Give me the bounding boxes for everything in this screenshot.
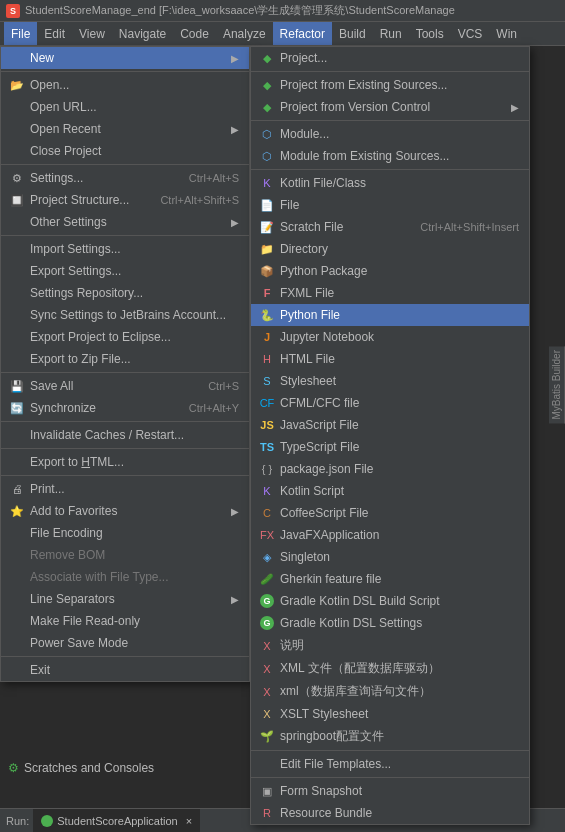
new-singleton[interactable]: ◈ Singleton xyxy=(251,546,529,568)
scratches-consoles[interactable]: ⚙ Scratches and Consoles xyxy=(0,758,250,778)
removebom-icon xyxy=(9,547,25,563)
new-coffeescript[interactable]: C CoffeeScript File xyxy=(251,502,529,524)
menu-run[interactable]: Run xyxy=(373,22,409,45)
file-menu-powersavemode[interactable]: Power Save Mode xyxy=(1,632,249,654)
scratches-label: Scratches and Consoles xyxy=(24,761,154,775)
new-springboot-config[interactable]: 🌱 springboot配置文件 xyxy=(251,725,529,748)
file-menu-importsettings[interactable]: Import Settings... xyxy=(1,238,249,260)
new-form-snapshot[interactable]: ▣ Form Snapshot xyxy=(251,780,529,802)
menu-vcs[interactable]: VCS xyxy=(451,22,490,45)
file-menu-lineseparators[interactable]: Line Separators ▶ xyxy=(1,588,249,610)
new-project-vcs[interactable]: ◆ Project from Version Control ▶ xyxy=(251,96,529,118)
menu-tools[interactable]: Tools xyxy=(409,22,451,45)
new-xslt-label: XSLT Stylesheet xyxy=(280,707,519,721)
new-packagejson[interactable]: { } package.json File xyxy=(251,458,529,480)
new-module[interactable]: ⬡ Module... xyxy=(251,123,529,145)
module-icon: ⬡ xyxy=(259,126,275,142)
new-xml-query[interactable]: X xml（数据库查询语句文件） xyxy=(251,680,529,703)
menu-refactor[interactable]: Refactor xyxy=(273,22,332,45)
gradle-kotlin-settings-icon: G xyxy=(259,615,275,631)
synchronize-shortcut: Ctrl+Alt+Y xyxy=(189,402,239,414)
file-menu-exportzip[interactable]: Export to Zip File... xyxy=(1,348,249,370)
new-jupyter-notebook[interactable]: J Jupyter Notebook xyxy=(251,326,529,348)
file-menu-openrecent[interactable]: Open Recent ▶ xyxy=(1,118,249,140)
new-cfml-file[interactable]: CF CFML/CFC file xyxy=(251,392,529,414)
kotlin-icon: K xyxy=(259,175,275,191)
menu-win[interactable]: Win xyxy=(489,22,524,45)
menu-file[interactable]: File xyxy=(4,22,37,45)
new-python-package[interactable]: 📦 Python Package xyxy=(251,260,529,282)
new-shuoming[interactable]: X 说明 xyxy=(251,634,529,657)
new-project[interactable]: ◆ Project... xyxy=(251,47,529,69)
new-python-file[interactable]: 🐍 Python File xyxy=(251,304,529,326)
new-coffeescript-label: CoffeeScript File xyxy=(280,506,519,520)
file-menu-saveall[interactable]: 💾 Save All Ctrl+S xyxy=(1,375,249,397)
file-menu-closeproject[interactable]: Close Project xyxy=(1,140,249,162)
file-menu-othersettings[interactable]: Other Settings ▶ xyxy=(1,211,249,233)
file-menu-fileencoding[interactable]: File Encoding xyxy=(1,522,249,544)
file-menu-print-label: Print... xyxy=(30,482,239,496)
file-menu-settingsrepo-label: Settings Repository... xyxy=(30,286,239,300)
othersettings-icon xyxy=(9,214,25,230)
powersavemode-icon xyxy=(9,635,25,651)
kotlin-script-icon: K xyxy=(259,483,275,499)
new-ts-file[interactable]: TS TypeScript File xyxy=(251,436,529,458)
new-javafxapp[interactable]: FX JavaFXApplication xyxy=(251,524,529,546)
menu-build[interactable]: Build xyxy=(332,22,373,45)
new-gradle-kotlin-dsl[interactable]: G Gradle Kotlin DSL Build Script xyxy=(251,590,529,612)
file-menu-settings[interactable]: ⚙ Settings... Ctrl+Alt+S xyxy=(1,167,249,189)
new-kotlin-script[interactable]: K Kotlin Script xyxy=(251,480,529,502)
scratch-icon: 📝 xyxy=(259,219,275,235)
file-menu-synchronize[interactable]: 🔄 Synchronize Ctrl+Alt+Y xyxy=(1,397,249,419)
file-menu-saveall-label: Save All xyxy=(30,379,188,393)
file-menu-openurl[interactable]: Open URL... xyxy=(1,96,249,118)
file-menu-exit[interactable]: Exit xyxy=(1,659,249,681)
menu-view[interactable]: View xyxy=(72,22,112,45)
new-project-existing[interactable]: ◆ Project from Existing Sources... xyxy=(251,74,529,96)
menu-analyze[interactable]: Analyze xyxy=(216,22,273,45)
new-fxml-file[interactable]: F FXML File xyxy=(251,282,529,304)
new-kotlin-file[interactable]: K Kotlin File/Class xyxy=(251,172,529,194)
new-kotlin-file-label: Kotlin File/Class xyxy=(280,176,519,190)
file-menu-addtofavorites[interactable]: ⭐ Add to Favorites ▶ xyxy=(1,500,249,522)
new-resource-bundle[interactable]: R Resource Bundle xyxy=(251,802,529,824)
run-tab-close[interactable]: × xyxy=(186,815,192,827)
closeproject-icon xyxy=(9,143,25,159)
menu-edit[interactable]: Edit xyxy=(37,22,72,45)
file-menu-projectstructure[interactable]: 🔲 Project Structure... Ctrl+Alt+Shift+S xyxy=(1,189,249,211)
new-directory[interactable]: 📁 Directory xyxy=(251,238,529,260)
new-xml-db[interactable]: X XML 文件（配置数据库驱动） xyxy=(251,657,529,680)
othersettings-arrow: ▶ xyxy=(231,217,239,228)
new-xslt[interactable]: X XSLT Stylesheet xyxy=(251,703,529,725)
new-file[interactable]: 📄 File xyxy=(251,194,529,216)
new-html-file-label: HTML File xyxy=(280,352,519,366)
settings-shortcut: Ctrl+Alt+S xyxy=(189,172,239,184)
menu-code[interactable]: Code xyxy=(173,22,216,45)
new-js-file[interactable]: JS JavaScript File xyxy=(251,414,529,436)
run-tab[interactable]: StudentScoreApplication × xyxy=(33,809,200,832)
content-area: New ▶ 📂 Open... Open URL... Open Recent … xyxy=(0,46,565,808)
new-icon xyxy=(9,50,25,66)
new-scratch-file[interactable]: 📝 Scratch File Ctrl+Alt+Shift+Insert xyxy=(251,216,529,238)
menu-navigate[interactable]: Navigate xyxy=(112,22,173,45)
new-edit-templates[interactable]: Edit File Templates... xyxy=(251,753,529,775)
file-menu-open[interactable]: 📂 Open... xyxy=(1,74,249,96)
file-menu-exporteclipse[interactable]: Export Project to Eclipse... xyxy=(1,326,249,348)
run-tab-icon xyxy=(41,815,53,827)
file-menu-settingsrepo[interactable]: Settings Repository... xyxy=(1,282,249,304)
openrecent-arrow: ▶ xyxy=(231,124,239,135)
file-menu-exporthtml[interactable]: Export to HTML... xyxy=(1,451,249,473)
file-menu-new[interactable]: New ▶ xyxy=(1,47,249,69)
new-shuoming-label: 说明 xyxy=(280,637,519,654)
new-module-existing[interactable]: ⬡ Module from Existing Sources... xyxy=(251,145,529,167)
new-gradle-kotlin-settings[interactable]: G Gradle Kotlin DSL Settings xyxy=(251,612,529,634)
gradle-kotlin-dsl-icon: G xyxy=(259,593,275,609)
file-menu-print[interactable]: 🖨 Print... xyxy=(1,478,249,500)
file-menu-syncsettings[interactable]: Sync Settings to JetBrains Account... xyxy=(1,304,249,326)
file-menu-invalidatecaches[interactable]: Invalidate Caches / Restart... xyxy=(1,424,249,446)
file-menu-exportsettings[interactable]: Export Settings... xyxy=(1,260,249,282)
new-stylesheet[interactable]: S Stylesheet xyxy=(251,370,529,392)
new-gherkin[interactable]: 🥒 Gherkin feature file xyxy=(251,568,529,590)
file-menu-makefilereadonly[interactable]: Make File Read-only xyxy=(1,610,249,632)
new-html-file[interactable]: H HTML File xyxy=(251,348,529,370)
